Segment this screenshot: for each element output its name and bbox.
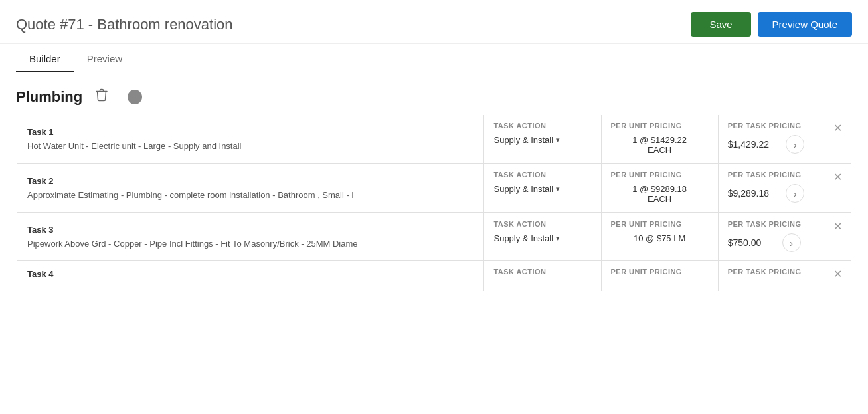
task-action-header: TASK ACTION [484, 115, 600, 132]
delete-section-button[interactable] [92, 86, 112, 108]
task-label: Task 2 [27, 176, 473, 186]
per-task-header: PER TASK PRICING [719, 261, 827, 278]
action-label: Supply & Install [493, 233, 553, 243]
action-label: Supply & Install [493, 184, 553, 194]
task-detail-button[interactable]: › [786, 184, 804, 203]
main-content: Plumbing Task 1 Hot Water Unit - Electri… [0, 72, 868, 305]
task-main-cell: Task 1 Hot Water Unit - Electric unit - … [17, 115, 484, 164]
page-title: Quote #71 - Bathroom renovation [16, 16, 233, 33]
tab-builder[interactable]: Builder [16, 44, 74, 72]
per-task-value-container: $9,289.18 › [719, 181, 827, 211]
task-main-cell: Task 4 [17, 260, 484, 292]
task-per-unit-cell: PER UNIT PRICING [601, 260, 718, 292]
task-label: Task 3 [27, 225, 473, 235]
per-unit-value: 1 @ $9289.18EACH [602, 181, 718, 212]
task-remove-cell: ✕ [827, 260, 852, 292]
task-action-value: Supply & Install ▾ [484, 132, 600, 153]
per-unit-sub: EACH [648, 145, 671, 155]
tabs-bar: Builder Preview [0, 44, 868, 72]
per-task-value: $1,429.22 [728, 139, 769, 150]
task-description: Pipework Above Grd - Copper - Pipe Incl … [27, 239, 473, 249]
remove-task-button[interactable]: ✕ [827, 115, 849, 137]
task-row: Task 4 TASK ACTION PER UNIT PRICING PER … [17, 260, 852, 292]
tab-preview[interactable]: Preview [74, 44, 135, 72]
per-unit-header: PER UNIT PRICING [602, 213, 718, 231]
section-header: Plumbing [16, 86, 852, 108]
task-description: Approximate Estimating - Plumbing - comp… [27, 190, 473, 200]
task-per-unit-cell: PER UNIT PRICING 1 @ $9289.18EACH [601, 163, 718, 213]
per-unit-sub: EACH [648, 194, 671, 204]
per-task-value-container: $750.00 › [719, 231, 827, 260]
header: Quote #71 - Bathroom renovation Save Pre… [0, 0, 868, 44]
per-unit-value: 1 @ $1429.22EACH [602, 132, 718, 163]
task-label: Task 4 [27, 269, 473, 279]
task-action-value: Supply & Install ▾ [484, 181, 600, 202]
task-remove-cell: ✕ [827, 115, 852, 164]
tasks-table: Task 1 Hot Water Unit - Electric unit - … [16, 114, 852, 292]
task-remove-cell: ✕ [827, 213, 852, 260]
task-action-value: Supply & Install ▾ [484, 231, 600, 251]
task-action-cell: TASK ACTION Supply & Install ▾ [484, 163, 601, 213]
preview-quote-button[interactable]: Preview Quote [758, 12, 852, 37]
remove-task-button[interactable]: ✕ [827, 213, 849, 235]
task-action-header: TASK ACTION [484, 213, 600, 231]
task-row: Task 2 Approximate Estimating - Plumbing… [17, 163, 852, 213]
task-detail-button[interactable]: › [786, 135, 804, 154]
remove-task-button[interactable]: ✕ [827, 261, 849, 283]
per-task-header: PER TASK PRICING [719, 115, 827, 132]
task-per-task-cell: PER TASK PRICING $750.00 › [718, 213, 827, 260]
per-task-header: PER TASK PRICING [719, 213, 827, 231]
dropdown-arrow-icon: ▾ [556, 185, 560, 193]
action-label: Supply & Install [493, 135, 553, 145]
task-row: Task 1 Hot Water Unit - Electric unit - … [17, 115, 852, 164]
task-per-task-cell: PER TASK PRICING [718, 260, 827, 292]
task-per-unit-cell: PER UNIT PRICING 1 @ $1429.22EACH [601, 115, 718, 164]
task-main-cell: Task 2 Approximate Estimating - Plumbing… [17, 163, 484, 213]
section-title: Plumbing [16, 88, 82, 106]
action-dropdown[interactable]: Supply & Install ▾ [493, 135, 591, 145]
task-main-cell: Task 3 Pipework Above Grd - Copper - Pip… [17, 213, 484, 260]
separator: - [84, 16, 98, 33]
per-unit-header: PER UNIT PRICING [602, 261, 718, 278]
task-action-header: TASK ACTION [484, 164, 600, 181]
quote-number: Quote #71 [16, 16, 84, 33]
action-dropdown[interactable]: Supply & Install ▾ [493, 233, 591, 243]
task-per-unit-cell: PER UNIT PRICING 10 @ $75 LM [601, 213, 718, 260]
per-task-header: PER TASK PRICING [719, 164, 827, 181]
save-button[interactable]: Save [691, 12, 750, 37]
task-action-cell: TASK ACTION Supply & Install ▾ [484, 213, 601, 260]
task-label: Task 1 [27, 127, 473, 137]
task-row: Task 3 Pipework Above Grd - Copper - Pip… [17, 213, 852, 260]
task-action-cell: TASK ACTION Supply & Install ▾ [484, 115, 601, 164]
action-dropdown[interactable]: Supply & Install ▾ [493, 184, 591, 194]
per-task-value: $750.00 [728, 237, 762, 248]
task-per-task-cell: PER TASK PRICING $9,289.18 › [718, 163, 827, 213]
task-detail-button[interactable]: › [782, 233, 801, 252]
per-unit-header: PER UNIT PRICING [602, 115, 718, 132]
per-task-value: $9,289.18 [728, 188, 769, 199]
dropdown-arrow-icon: ▾ [556, 136, 560, 144]
task-remove-cell: ✕ [827, 163, 852, 213]
remove-task-button[interactable]: ✕ [827, 164, 849, 186]
per-unit-value: 10 @ $75 LM [602, 231, 718, 251]
quote-title: Bathroom renovation [97, 16, 232, 33]
per-task-value-container: $1,429.22 › [719, 132, 827, 161]
task-per-task-cell: PER TASK PRICING $1,429.22 › [718, 115, 827, 164]
per-unit-header: PER UNIT PRICING [602, 164, 718, 181]
task-action-cell: TASK ACTION [484, 260, 601, 292]
drag-handle[interactable] [128, 90, 142, 104]
header-actions: Save Preview Quote [691, 12, 852, 37]
dropdown-arrow-icon: ▾ [556, 234, 560, 243]
task-action-header: TASK ACTION [484, 261, 600, 278]
task-description: Hot Water Unit - Electric unit - Large -… [27, 141, 473, 151]
